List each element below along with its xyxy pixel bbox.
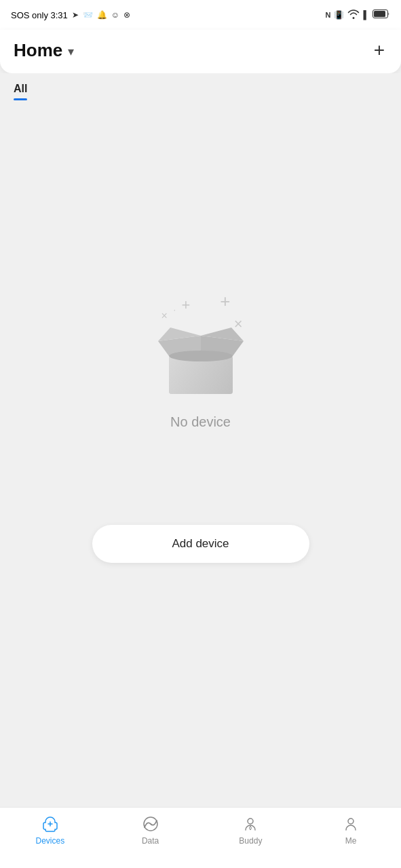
me-nav-icon [341, 814, 360, 833]
empty-state: + + × × · [147, 290, 255, 430]
data-nav-label: Data [142, 836, 159, 846]
tab-all[interactable]: All [14, 83, 27, 100]
nav-item-devices[interactable]: Devices [26, 814, 74, 846]
devices-nav-label: Devices [36, 836, 65, 846]
nfc-icon: N [326, 11, 331, 19]
nav-item-buddy[interactable]: Buddy [227, 814, 274, 846]
svg-point-7 [348, 818, 354, 824]
chevron-down-icon[interactable]: ▾ [68, 44, 74, 59]
status-text: SOS only 3:31 [11, 10, 68, 20]
header: Home ▾ + [0, 30, 401, 73]
add-device-button[interactable]: Add device [92, 525, 309, 563]
faceid-icon: ☺ [111, 10, 119, 20]
sparkle-icon-1: + [182, 296, 191, 314]
add-button[interactable]: + [371, 38, 387, 62]
empty-label: No device [170, 414, 231, 430]
status-left: SOS only 3:31 ➤ 📨 🔔 ☺ ⊗ [11, 10, 130, 20]
nav-item-me[interactable]: Me [327, 814, 375, 846]
header-title-area[interactable]: Home ▾ [14, 40, 74, 61]
buddy-nav-icon [241, 814, 260, 833]
location-icon: ➤ [72, 10, 79, 20]
bell-icon: 🔔 [97, 10, 107, 20]
main-content: + + × × · [0, 100, 401, 711]
blocked-icon: ⊗ [123, 10, 130, 20]
mail-icon: 📨 [83, 10, 93, 20]
devices-nav-icon [41, 814, 60, 833]
tabs-bar: All [0, 73, 401, 100]
wifi-icon [347, 9, 360, 21]
battery-icon [373, 9, 390, 20]
svg-rect-1 [374, 11, 385, 17]
sparkle-icon-2: + [220, 291, 230, 312]
svg-rect-3 [169, 356, 233, 394]
sparkle-icon-5: · [174, 304, 176, 315]
vibrate-icon: 📳 [334, 10, 344, 20]
signal-icon: ▌ [363, 10, 369, 20]
bottom-nav: Devices Data Buddy Me [0, 807, 401, 868]
open-box-svg [157, 321, 245, 398]
header-title: Home [14, 40, 62, 61]
me-nav-label: Me [345, 836, 357, 846]
svg-point-6 [248, 818, 253, 824]
nav-item-data[interactable]: Data [127, 814, 174, 846]
svg-point-4 [169, 351, 233, 361]
empty-box-illustration: + + × × · [147, 290, 255, 398]
status-bar: SOS only 3:31 ➤ 📨 🔔 ☺ ⊗ N 📳 ▌ [0, 0, 401, 30]
data-nav-icon [141, 814, 160, 833]
buddy-nav-label: Buddy [239, 836, 262, 846]
status-right: N 📳 ▌ [326, 9, 390, 21]
